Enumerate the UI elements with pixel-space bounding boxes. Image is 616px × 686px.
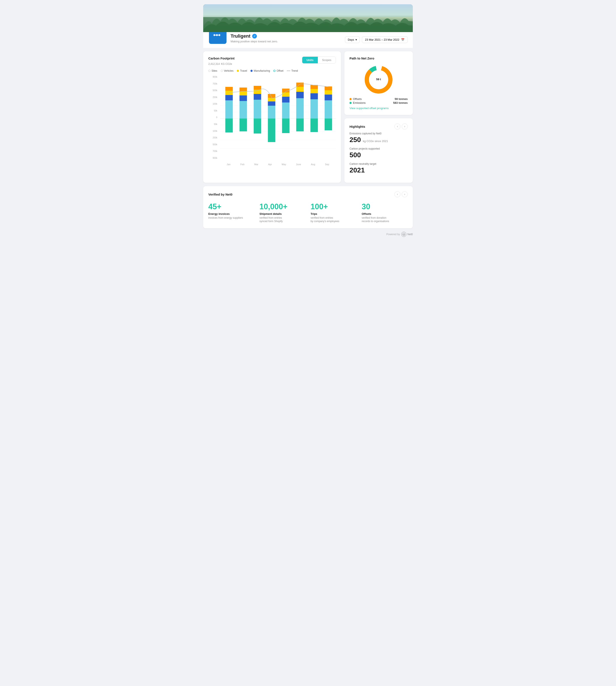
trend-line (287, 71, 290, 71)
footer: Powered by N0 Net0 (203, 228, 413, 239)
carbon-title: Carbon Footprint (208, 57, 235, 60)
legend-trend-label: Trend (291, 69, 298, 72)
chevron-down-icon: ▾ (355, 38, 357, 41)
highlights-prev-button[interactable]: ‹ (394, 124, 400, 129)
svg-rect-43 (310, 89, 318, 93)
x-label-jan: Jan (227, 163, 230, 166)
svg-rect-11 (225, 100, 233, 119)
carbon-unit: KG CO2e (221, 63, 232, 65)
trips-title: Trips (311, 212, 356, 215)
x-axis-labels: Jan Feb Mar Apr May June Aug Sep (220, 163, 336, 166)
period-selector[interactable]: Days ▾ (345, 36, 360, 43)
offsets-legend-row: Offsets 59 tonnes (350, 98, 408, 101)
energy-desc: invoices from energy suppliers (208, 216, 254, 220)
net0-icon: N0 (401, 232, 406, 237)
carbon-value: 2,412,314 KG CO2e (208, 61, 235, 66)
svg-rect-46 (325, 100, 332, 119)
emissions-legend-row: Emissions 583 tonnes (350, 101, 408, 104)
verified-nav: ‹ › (394, 191, 408, 197)
x-label-aug: Aug (311, 163, 315, 166)
highlights-card: Highlights ‹ › Emissions captured by Net… (344, 118, 413, 183)
manufacturing-dot (250, 70, 252, 72)
powered-by-text: Powered by (386, 233, 400, 236)
verified-energy: 45+ Energy invoices invoices from energy… (208, 202, 254, 223)
net0-svg: N0 (402, 233, 405, 236)
svg-rect-40 (296, 119, 304, 131)
profile-info: Truligent ✓ Making positive steps toward… (230, 34, 278, 43)
svg-rect-15 (225, 119, 233, 132)
chart-legend: Sites Vehicles Travel Manufacturing Offs… (208, 69, 336, 72)
svg-rect-42 (310, 93, 318, 99)
shipment-desc: verified from entriessynced form Shopify (260, 216, 305, 223)
energy-title: Energy invoices (208, 212, 254, 215)
view-toggle: Units Scopes (302, 57, 336, 64)
company-name-row: Truligent ✓ (230, 34, 278, 39)
offsets-desc: verified from donationrecords to organis… (362, 216, 408, 223)
svg-rect-17 (240, 95, 247, 101)
header-controls: Days ▾ 23 Mar 2021 – 23 Mar 2022 📅 (345, 36, 408, 43)
highlight-projects-value: 500 (350, 151, 408, 159)
svg-rect-35 (282, 119, 290, 133)
emissions-label: Emissions (353, 101, 366, 104)
view-offset-programs-link[interactable]: View supported offset programs (350, 107, 408, 110)
verified-next-button[interactable]: › (402, 191, 408, 197)
svg-text:N0: N0 (403, 234, 405, 235)
svg-rect-27 (268, 102, 275, 106)
svg-rect-22 (254, 94, 261, 100)
period-label: Days (348, 38, 354, 41)
svg-rect-48 (325, 90, 332, 94)
svg-rect-20 (240, 119, 247, 131)
verified-shipment: 10,000+ Shipment details verified from e… (260, 202, 305, 223)
svg-rect-24 (254, 86, 261, 90)
carbon-footprint-card: Carbon Footprint 2,412,314 KG CO2e Units… (203, 51, 341, 183)
svg-rect-41 (310, 99, 318, 119)
highlight-emissions-label: Emissions captured by Net0 (350, 132, 408, 135)
verified-trips: 100+ Trips verified from entriesby compa… (311, 202, 356, 223)
x-label-apr: Apr (268, 163, 272, 166)
right-panel: Path to Net Zero 59 t 583 t (344, 51, 413, 183)
svg-rect-21 (254, 100, 261, 119)
legend-sites-label: Sites (212, 69, 217, 72)
net0-logo: N0 Net0 (401, 232, 413, 237)
svg-rect-12 (225, 95, 233, 100)
svg-rect-38 (296, 87, 304, 92)
svg-rect-33 (282, 92, 290, 97)
svg-rect-47 (325, 94, 332, 100)
svg-text:59 t: 59 t (376, 78, 381, 81)
legend-trend: Trend (287, 69, 298, 72)
date-range-text: 23 Mar 2021 – 23 Mar 2022 (365, 38, 399, 41)
net0-brand-name: Net0 (408, 233, 413, 236)
donut-chart: 59 t 583 t (362, 64, 395, 95)
svg-rect-36 (296, 98, 304, 119)
offsets-verified-title: Offsets (362, 212, 408, 215)
hero-banner (203, 4, 413, 32)
svg-rect-14 (225, 87, 233, 91)
sites-dot (208, 70, 211, 72)
units-toggle-button[interactable]: Units (302, 57, 318, 63)
verified-header: Verified by Net0 ‹ › (208, 191, 408, 197)
svg-rect-26 (268, 106, 275, 119)
svg-rect-31 (282, 103, 290, 119)
svg-rect-37 (296, 92, 304, 98)
main-grid: Carbon Footprint 2,412,314 KG CO2e Units… (203, 48, 413, 186)
offset-dot (273, 70, 276, 72)
shipment-title: Shipment details (260, 212, 305, 215)
verified-prev-button[interactable]: ‹ (394, 191, 400, 197)
offsets-dot (350, 98, 352, 100)
svg-rect-1 (217, 35, 219, 36)
legend-offset: Offset (273, 69, 283, 72)
svg-rect-50 (325, 119, 332, 130)
trips-desc: verified from entriesby company's employ… (311, 216, 356, 223)
svg-rect-0 (215, 35, 217, 36)
svg-rect-16 (240, 101, 247, 119)
date-range-picker[interactable]: 23 Mar 2021 – 23 Mar 2022 📅 (362, 36, 408, 43)
highlights-next-button[interactable]: › (402, 124, 408, 129)
scopes-toggle-button[interactable]: Scopes (318, 57, 336, 63)
energy-number: 45+ (208, 202, 254, 211)
carbon-header: Carbon Footprint 2,412,314 KG CO2e Units… (208, 57, 336, 66)
verified-offsets: 30 Offsets verified from donationrecords… (362, 202, 408, 223)
highlight-target-label: Carbon neutrality target (350, 163, 408, 165)
y-axis: 900k 700k 500k 250k 100k 50k 0 50k 100k … (208, 76, 219, 159)
verified-stats-grid: 45+ Energy invoices invoices from energy… (208, 202, 408, 223)
x-label-june: June (296, 163, 301, 166)
